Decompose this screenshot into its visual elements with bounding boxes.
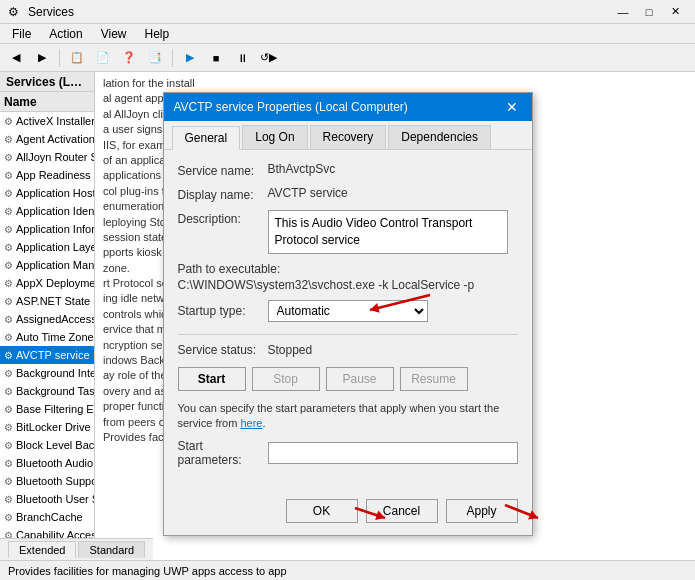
service-status-label: Service status:: [178, 343, 268, 357]
hint-text: You can specify the start parameters tha…: [178, 401, 518, 432]
toolbar-forward[interactable]: ▶: [30, 47, 54, 69]
description-textarea[interactable]: [268, 210, 508, 254]
dialog-footer: OK Cancel Apply: [164, 491, 532, 535]
path-section: Path to executable: C:\WINDOWS\system32\…: [178, 262, 518, 292]
tab-general[interactable]: General: [172, 126, 241, 150]
menu-file[interactable]: File: [4, 25, 39, 43]
menu-bar: File Action View Help: [0, 24, 695, 44]
apply-button[interactable]: Apply: [446, 499, 518, 523]
startup-type-label: Startup type:: [178, 304, 268, 318]
start-service-button[interactable]: Start: [178, 367, 246, 391]
app-title: Services: [28, 5, 74, 19]
tab-logon[interactable]: Log On: [242, 125, 307, 149]
ok-button[interactable]: OK: [286, 499, 358, 523]
dialog-tabs: General Log On Recovery Dependencies: [164, 121, 532, 150]
dialog-title: AVCTP service Properties (Local Computer…: [174, 100, 408, 114]
maximize-button[interactable]: □: [637, 3, 661, 21]
resume-service-button[interactable]: Resume: [400, 367, 468, 391]
title-bar: ⚙ Services — □ ✕: [0, 0, 695, 24]
toolbar-pause[interactable]: ⏸: [230, 47, 254, 69]
toolbar-properties[interactable]: 📄: [91, 47, 115, 69]
description-label: Description:: [178, 210, 268, 226]
start-params-input[interactable]: [268, 442, 518, 464]
toolbar-help[interactable]: ❓: [117, 47, 141, 69]
start-params-label: Start parameters:: [178, 439, 268, 467]
display-name-value: AVCTP service: [268, 186, 348, 200]
dialog-close-button[interactable]: ✕: [502, 97, 522, 117]
toolbar-extra[interactable]: 📑: [143, 47, 167, 69]
divider: [178, 334, 518, 335]
toolbar-back[interactable]: ◀: [4, 47, 28, 69]
stop-service-button[interactable]: Stop: [252, 367, 320, 391]
service-status-value: Stopped: [268, 343, 313, 357]
menu-help[interactable]: Help: [137, 25, 178, 43]
cancel-button[interactable]: Cancel: [366, 499, 438, 523]
startup-type-select[interactable]: AutomaticAutomatic (Delayed Start)Manual…: [268, 300, 428, 322]
service-status-row: Service status: Stopped: [178, 343, 518, 357]
service-name-label: Service name:: [178, 162, 268, 178]
startup-type-row: Startup type: AutomaticAutomatic (Delaye…: [178, 300, 518, 322]
display-name-row: Display name: AVCTP service: [178, 186, 518, 202]
service-name-value: BthAvctpSvc: [268, 162, 336, 176]
minimize-button[interactable]: —: [611, 3, 635, 21]
menu-action[interactable]: Action: [41, 25, 90, 43]
close-button[interactable]: ✕: [663, 3, 687, 21]
tab-dependencies[interactable]: Dependencies: [388, 125, 491, 149]
toolbar-restart[interactable]: ↺▶: [256, 47, 280, 69]
toolbar-separator-1: [59, 49, 60, 67]
properties-dialog: AVCTP service Properties (Local Computer…: [163, 92, 533, 536]
toolbar-play[interactable]: ▶: [178, 47, 202, 69]
title-bar-controls: — □ ✕: [611, 3, 687, 21]
title-bar-left: ⚙ Services: [8, 5, 74, 19]
pause-service-button[interactable]: Pause: [326, 367, 394, 391]
start-params-row: Start parameters:: [178, 439, 518, 467]
dialog-overlay: AVCTP service Properties (Local Computer…: [0, 72, 695, 580]
display-name-label: Display name:: [178, 186, 268, 202]
description-row: Description:: [178, 210, 518, 254]
toolbar-separator-2: [172, 49, 173, 67]
path-label: Path to executable:: [178, 262, 518, 276]
hint-link[interactable]: here: [240, 417, 262, 429]
path-value: C:\WINDOWS\system32\svchost.exe -k Local…: [178, 278, 518, 292]
service-controls: Start Stop Pause Resume: [178, 367, 518, 391]
tab-recovery[interactable]: Recovery: [310, 125, 387, 149]
toolbar-stop[interactable]: ■: [204, 47, 228, 69]
dialog-body: Service name: BthAvctpSvc Display name: …: [164, 150, 532, 491]
menu-view[interactable]: View: [93, 25, 135, 43]
service-name-row: Service name: BthAvctpSvc: [178, 162, 518, 178]
app-icon: ⚙: [8, 5, 22, 19]
dialog-title-bar: AVCTP service Properties (Local Computer…: [164, 93, 532, 121]
toolbar-show-hide[interactable]: 📋: [65, 47, 89, 69]
toolbar: ◀ ▶ 📋 📄 ❓ 📑 ▶ ■ ⏸ ↺▶: [0, 44, 695, 72]
